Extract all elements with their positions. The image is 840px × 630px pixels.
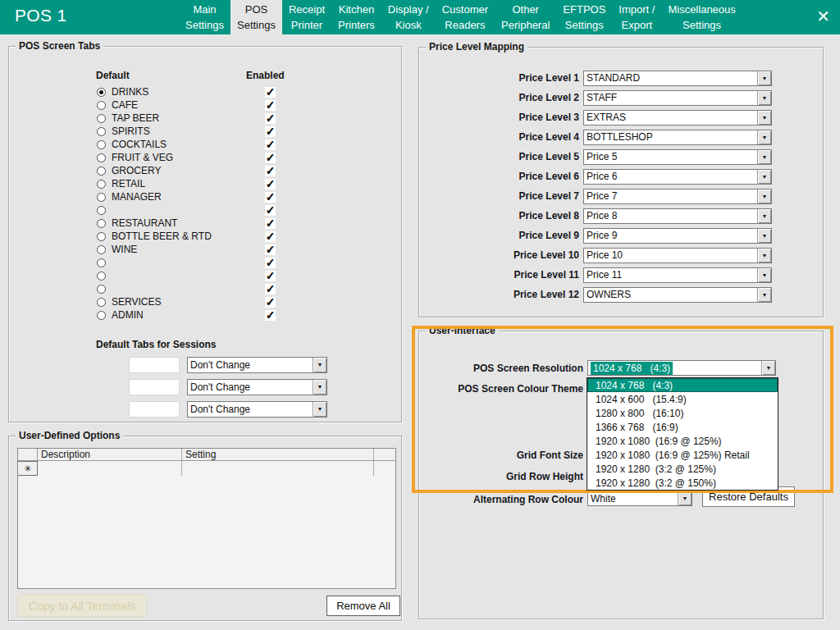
dropdown-arrow-icon[interactable]: ▼ (313, 358, 326, 372)
tab-kitchen-printers[interactable]: Kitchen Printers (331, 0, 381, 34)
resolution-option-1366-x-768-16-9[interactable]: 1366 x 768 (16:9) (587, 420, 778, 434)
radio-drinks[interactable] (97, 88, 106, 97)
price-level-8-dropdown[interactable]: Price 8▼ (583, 208, 772, 224)
tab-customer-readers[interactable]: Customer Readers (436, 0, 495, 34)
screen-tab-row: SPIRITS✓ (97, 125, 276, 138)
dropdown-arrow-icon[interactable]: ▼ (761, 361, 775, 375)
session-tab-input-2[interactable] (129, 379, 180, 395)
radio-blank[interactable] (97, 272, 106, 281)
pos-screen-tabs-panel: POS Screen Tabs Default Enabled DRINKS✓C… (8, 46, 402, 422)
price-level-10-dropdown[interactable]: Price 10▼ (583, 248, 772, 263)
enabled-checkbox-cafe[interactable]: ✓ (265, 100, 276, 111)
radio-manager[interactable] (97, 193, 106, 202)
radio-bottle-beer-rtd[interactable] (97, 232, 106, 241)
tab-other-peripheral[interactable]: Other Peripheral (495, 0, 556, 34)
tab-pos-settings[interactable]: POS Settings (231, 0, 282, 34)
dropdown-arrow-icon[interactable]: ▼ (757, 189, 771, 203)
user-defined-options-table[interactable]: Description Setting ✳ (17, 448, 396, 589)
resolution-option-1024-x-600-15-4-9[interactable]: 1024 x 600 (15.4:9) (587, 392, 778, 406)
dropdown-arrow-icon[interactable]: ▼ (313, 402, 326, 417)
enabled-checkbox-grocery[interactable]: ✓ (265, 166, 276, 176)
radio-wine[interactable] (97, 245, 106, 254)
price-level-1-dropdown[interactable]: STANDARD▼ (583, 71, 772, 86)
radio-blank[interactable] (97, 258, 106, 267)
alternating-row-colour-dropdown[interactable]: White▼ (587, 491, 692, 506)
tab-eftpos-settings[interactable]: EFTPOS Settings (556, 0, 612, 34)
enabled-checkbox-bottle-beer-rtd[interactable]: ✓ (265, 231, 276, 242)
resolution-option-1920-x-1280-3-2-125[interactable]: 1920 x 1280 (3:2 @ 125%) (587, 462, 778, 476)
resolution-option-1024-x-768-4-3[interactable]: 840 x 630 (4:3) (587, 378, 778, 392)
radio-services[interactable] (97, 298, 106, 307)
dropdown-arrow-icon[interactable]: ▼ (313, 380, 326, 395)
session-dropdown-2[interactable]: Don't Change▼ (187, 379, 327, 395)
setting-cell[interactable] (182, 461, 374, 476)
radio-blank[interactable] (97, 285, 106, 294)
dropdown-arrow-icon[interactable]: ▼ (757, 170, 771, 184)
radio-cocktails[interactable] (97, 140, 106, 149)
tab-main-settings[interactable]: Main Settings (179, 0, 231, 34)
enabled-checkbox-fruit-veg[interactable]: ✓ (265, 153, 276, 163)
radio-cafe[interactable] (97, 101, 106, 110)
tab-receipt-printer[interactable]: Receipt Printer (282, 0, 331, 34)
session-tab-input-3[interactable] (129, 401, 180, 418)
dropdown-arrow-icon[interactable]: ▼ (757, 71, 771, 85)
price-level-4-dropdown[interactable]: BOTTLESHOP▼ (583, 130, 772, 145)
enabled-checkbox-tap-beer[interactable]: ✓ (265, 113, 276, 124)
price-level-7-dropdown[interactable]: Price 7▼ (583, 189, 772, 204)
copy-to-all-terminals-button[interactable]: Copy to All Terminals (17, 595, 147, 617)
pos-screen-resolution-dropdown[interactable]: 840 x 630 (4:3)▼ (587, 360, 776, 376)
radio-blank[interactable] (97, 206, 106, 215)
dropdown-arrow-icon[interactable]: ▼ (757, 288, 771, 302)
tab-display-kiosk[interactable]: Display / Kiosk (381, 0, 436, 34)
radio-admin[interactable] (97, 311, 106, 320)
resolution-option-1920-x-1080-16-9-125-retail[interactable]: 1920 x 1080 (16:9 @ 125%) Retail (587, 448, 778, 462)
dropdown-arrow-icon[interactable]: ▼ (678, 491, 692, 505)
radio-tap-beer[interactable] (97, 114, 106, 123)
session-dropdown-3[interactable]: Don't Change▼ (187, 401, 327, 418)
resolution-option-1920-x-1080-16-9-125[interactable]: 1920 x 1080 (16:9 @ 125%) (587, 434, 778, 448)
price-level-11-dropdown[interactable]: Price 11▼ (583, 267, 772, 283)
table-row[interactable]: ✳ (18, 461, 395, 476)
enabled-checkbox-restaurant[interactable]: ✓ (265, 218, 276, 229)
dropdown-arrow-icon[interactable]: ▼ (757, 249, 771, 262)
dropdown-arrow-icon[interactable]: ▼ (757, 111, 771, 125)
price-level-5-dropdown[interactable]: Price 5▼ (583, 149, 772, 165)
dropdown-arrow-icon[interactable]: ▼ (757, 229, 771, 243)
radio-restaurant[interactable] (97, 219, 106, 228)
enabled-checkbox-retail[interactable]: ✓ (265, 179, 276, 189)
resolution-option-1920-x-1280-3-2-150[interactable]: 1920 x 1280 (3:2 @ 150%) (587, 476, 778, 490)
enabled-checkbox-manager[interactable]: ✓ (265, 192, 276, 203)
session-dropdown-1[interactable]: Don't Change▼ (187, 357, 327, 373)
resolution-option-1280-x-800-16-10[interactable]: 1280 x 800 (16:10) (587, 406, 778, 420)
close-icon[interactable]: ✕ (816, 7, 830, 26)
price-level-6-dropdown[interactable]: Price 6▼ (583, 169, 772, 185)
enabled-checkbox-blank[interactable]: ✓ (265, 284, 276, 294)
dropdown-arrow-icon[interactable]: ▼ (757, 150, 771, 164)
tab-import-export[interactable]: Import / Export (612, 0, 661, 34)
price-level-2-dropdown[interactable]: STAFF▼ (583, 90, 772, 106)
dropdown-arrow-icon[interactable]: ▼ (757, 130, 771, 144)
dropdown-arrow-icon[interactable]: ▼ (757, 209, 771, 223)
enabled-checkbox-blank[interactable]: ✓ (265, 205, 276, 216)
radio-spirits[interactable] (97, 127, 106, 136)
session-tab-input-1[interactable] (129, 357, 180, 373)
radio-retail[interactable] (97, 180, 106, 189)
price-level-12-dropdown[interactable]: OWNERS▼ (583, 287, 772, 303)
enabled-checkbox-services[interactable]: ✓ (265, 297, 276, 308)
radio-fruit-veg[interactable] (97, 153, 106, 162)
remove-all-button[interactable]: Remove All (326, 596, 400, 616)
enabled-checkbox-drinks[interactable]: ✓ (265, 87, 276, 98)
price-level-3-dropdown[interactable]: EXTRAS▼ (583, 110, 772, 126)
tab-miscellaneous-settings[interactable]: Miscellaneous Settings (661, 0, 742, 34)
price-level-9-dropdown[interactable]: Price 9▼ (583, 228, 772, 244)
enabled-checkbox-blank[interactable]: ✓ (265, 271, 276, 281)
dropdown-arrow-icon[interactable]: ▼ (757, 268, 771, 282)
description-cell[interactable] (38, 461, 182, 476)
enabled-checkbox-wine[interactable]: ✓ (265, 244, 276, 255)
radio-grocery[interactable] (97, 167, 106, 176)
enabled-checkbox-spirits[interactable]: ✓ (265, 126, 276, 137)
enabled-checkbox-cocktails[interactable]: ✓ (265, 139, 276, 150)
dropdown-arrow-icon[interactable]: ▼ (757, 91, 771, 105)
enabled-checkbox-blank[interactable]: ✓ (265, 258, 276, 268)
enabled-checkbox-admin[interactable]: ✓ (265, 310, 276, 321)
